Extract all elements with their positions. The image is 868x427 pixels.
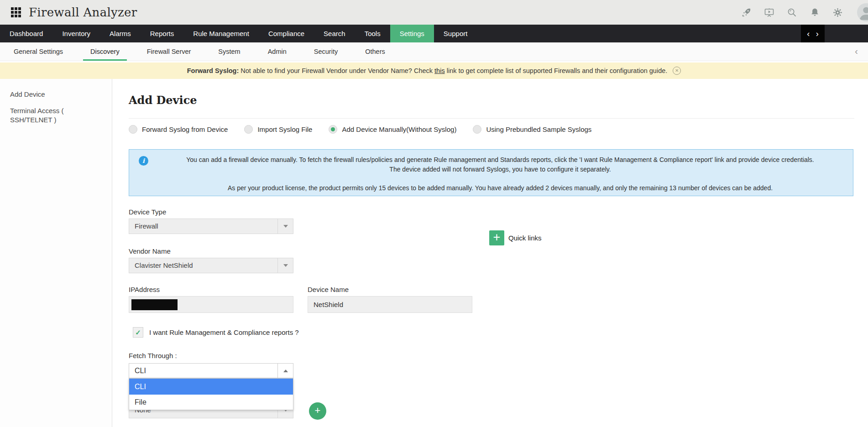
- nav-dashboard[interactable]: Dashboard: [0, 25, 52, 42]
- subnav-discovery[interactable]: Discovery: [77, 42, 133, 61]
- radio-circle-selected-icon[interactable]: [329, 125, 337, 134]
- chevron-down-icon[interactable]: [277, 219, 293, 234]
- nav-inventory[interactable]: Inventory: [52, 25, 100, 42]
- vendor-name-value: Clavister NetShield: [129, 258, 277, 273]
- banner-text-before-link: Not able to find your Firewall Vendor un…: [241, 67, 433, 74]
- banner-close-icon[interactable]: ✕: [673, 67, 681, 75]
- info-icon: i: [139, 156, 148, 166]
- notifications-bell-icon[interactable]: [810, 7, 820, 18]
- add-row-plus-button[interactable]: [309, 402, 326, 420]
- banner-bold-label: Forward Syslog:: [187, 67, 239, 74]
- rocket-icon[interactable]: [741, 7, 752, 18]
- forward-syslog-banner: Forward Syslog: Not able to find your Fi…: [0, 62, 868, 79]
- device-type-label: Device Type: [129, 208, 166, 216]
- info-message-box: i You can add a firewall device manually…: [129, 149, 853, 196]
- radio-forward-syslog[interactable]: Forward Syslog from Device: [129, 125, 228, 134]
- subnav-collapse-chevron-icon[interactable]: ‹: [855, 46, 858, 57]
- demo-screen-icon[interactable]: [764, 7, 774, 18]
- nav-rule-management[interactable]: Rule Management: [183, 25, 259, 42]
- subnav-admin[interactable]: Admin: [254, 42, 300, 61]
- subnav-general-settings[interactable]: General Settings: [0, 42, 77, 61]
- settings-gear-icon[interactable]: [832, 7, 843, 18]
- subnav-security[interactable]: Security: [300, 42, 351, 61]
- subnav-others[interactable]: Others: [351, 42, 399, 61]
- nav-search[interactable]: Search: [314, 25, 355, 42]
- device-type-value: Firewall: [129, 219, 277, 234]
- nav-tools[interactable]: Tools: [355, 25, 390, 42]
- rule-mgmt-checkbox-label[interactable]: I want Rule Management & Compliance repo…: [149, 328, 299, 336]
- nav-settings[interactable]: Settings: [390, 25, 434, 42]
- apps-grid-icon[interactable]: [11, 7, 21, 17]
- radio-label: Add Device Manually(Without Syslog): [342, 125, 456, 133]
- device-name-input[interactable]: [308, 296, 472, 313]
- rule-mgmt-checkbox[interactable]: [133, 327, 143, 338]
- sidebar-item-terminal-access[interactable]: Terminal Access ( SSH/TELNET ): [0, 103, 100, 128]
- app-title: Firewall Analyzer: [29, 5, 137, 19]
- nav-compliance[interactable]: Compliance: [259, 25, 314, 42]
- radio-circle-icon[interactable]: [244, 125, 253, 134]
- banner-text-after-link: link to get complete list of supported F…: [447, 67, 668, 74]
- radio-add-device-manually[interactable]: Add Device Manually(Without Syslog): [329, 125, 456, 134]
- dropdown-option-file[interactable]: File: [129, 395, 293, 410]
- page-title: Add Device: [129, 94, 197, 107]
- subnav-firewall-server[interactable]: Firewall Server: [133, 42, 205, 61]
- user-avatar-icon[interactable]: [857, 3, 868, 21]
- info-text-license: As per your product license, the product…: [156, 183, 845, 193]
- fetch-through-dropdown: CLI File: [129, 378, 293, 410]
- settings-subnav: General Settings Discovery Firewall Serv…: [0, 42, 868, 61]
- dropdown-option-cli[interactable]: CLI: [129, 379, 293, 395]
- quick-links-plus-icon[interactable]: [489, 230, 504, 245]
- radio-circle-icon[interactable]: [129, 125, 137, 134]
- fetch-through-value: CLI: [129, 364, 277, 378]
- radio-circle-icon[interactable]: [473, 125, 481, 134]
- fetch-through-select[interactable]: CLI: [129, 363, 293, 378]
- vendor-name-select[interactable]: Clavister NetShield: [129, 258, 293, 273]
- discovery-sidebar: Add Device Terminal Access ( SSH/TELNET …: [0, 79, 112, 427]
- device-type-select[interactable]: Firewall: [129, 219, 293, 234]
- nav-scroll-right-icon[interactable]: ›: [816, 26, 819, 42]
- vendor-name-label: Vendor Name: [129, 247, 171, 255]
- radio-label: Using Prebundled Sample Syslogs: [486, 125, 591, 133]
- chevron-up-icon[interactable]: [277, 364, 293, 378]
- nav-scroll-controls: ‹ ›: [801, 25, 825, 42]
- radio-prebundled-sample-syslogs[interactable]: Using Prebundled Sample Syslogs: [473, 125, 591, 134]
- nav-reports[interactable]: Reports: [141, 25, 184, 42]
- search-icon[interactable]: [787, 7, 797, 18]
- subnav-system[interactable]: System: [204, 42, 254, 61]
- nav-alarms[interactable]: Alarms: [100, 25, 141, 42]
- quick-links-label[interactable]: Quick links: [508, 234, 542, 242]
- sidebar-item-add-device[interactable]: Add Device: [0, 86, 100, 103]
- chevron-down-icon[interactable]: [277, 258, 293, 273]
- firewall-analyzer-page: Firewall Analyzer: [0, 0, 868, 427]
- redacted-ip-value: [131, 299, 178, 310]
- nav-scroll-left-icon[interactable]: ‹: [807, 26, 810, 42]
- main-nav: Dashboard Inventory Alarms Reports Rule …: [0, 25, 868, 42]
- ip-address-label: IPAddress: [129, 286, 160, 293]
- device-name-label: Device Name: [308, 286, 349, 293]
- radio-label: Forward Syslog from Device: [142, 125, 228, 133]
- header-icon-bar: [741, 3, 868, 21]
- nav-support[interactable]: Support: [434, 25, 477, 42]
- fetch-through-label: Fetch Through :: [129, 352, 177, 359]
- add-mode-radio-group: Forward Syslog from Device Import Syslog…: [129, 125, 591, 134]
- banner-this-link[interactable]: this: [434, 67, 445, 74]
- radio-label: Import Syslog File: [257, 125, 312, 133]
- info-text-primary: You can add a firewall device manually. …: [156, 155, 845, 174]
- radio-import-syslog-file[interactable]: Import Syslog File: [244, 125, 312, 134]
- title-divider: [129, 118, 854, 119]
- app-header: Firewall Analyzer: [0, 0, 868, 25]
